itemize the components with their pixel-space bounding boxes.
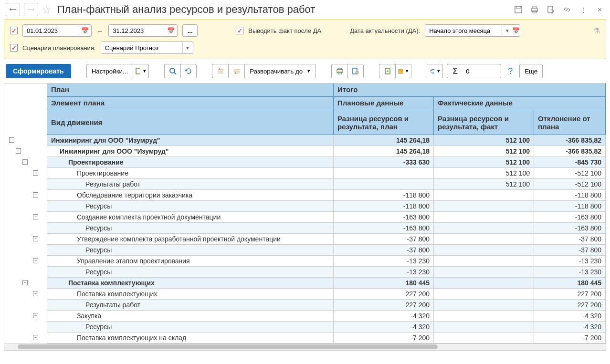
row-label: Результаты работ bbox=[47, 179, 334, 190]
link-icon[interactable] bbox=[562, 5, 572, 14]
row-value: -118 800 bbox=[334, 201, 434, 212]
back-button[interactable]: 🡐 bbox=[6, 3, 20, 16]
tree-expander[interactable]: − bbox=[33, 291, 38, 296]
date-to-input[interactable]: 📅 bbox=[108, 24, 178, 37]
tree-expander[interactable]: − bbox=[33, 313, 38, 318]
print-preview-button[interactable] bbox=[347, 64, 364, 78]
row-value: 227 200 bbox=[334, 289, 434, 300]
email-button[interactable]: ▼ bbox=[395, 64, 411, 78]
preview-icon[interactable] bbox=[546, 5, 556, 14]
row-value: -512 100 bbox=[534, 168, 606, 179]
close-icon[interactable]: ✕ bbox=[595, 5, 604, 14]
row-label: Поставка комплектующих bbox=[47, 278, 334, 289]
svg-rect-0 bbox=[515, 6, 522, 13]
row-value: -163 800 bbox=[534, 223, 606, 234]
settings-button[interactable]: Настройки... bbox=[86, 64, 133, 78]
row-label: Ресурсы bbox=[47, 201, 334, 212]
row-value: -37 800 bbox=[334, 245, 434, 256]
row-value bbox=[434, 223, 534, 234]
horizontal-scrollbar[interactable] bbox=[4, 344, 606, 351]
row-value: -118 800 bbox=[534, 201, 606, 212]
header-plan-element: Элемент плана bbox=[47, 97, 334, 110]
save-file-button[interactable] bbox=[379, 64, 395, 78]
scenario-field[interactable] bbox=[101, 42, 182, 53]
row-value: -13 230 bbox=[334, 256, 434, 267]
svg-rect-7 bbox=[136, 68, 140, 74]
tree-expander[interactable]: − bbox=[22, 159, 28, 165]
row-value bbox=[434, 333, 534, 343]
scenario-select[interactable]: ▼ bbox=[101, 42, 193, 54]
date-from-field[interactable] bbox=[23, 25, 78, 36]
row-value: -37 800 bbox=[334, 234, 434, 245]
row-value: -333 630 bbox=[334, 157, 434, 168]
print-icon[interactable] bbox=[530, 5, 539, 14]
calendar-icon[interactable]: 📅 bbox=[78, 25, 91, 36]
tree-expander[interactable]: − bbox=[33, 258, 38, 263]
generate-button[interactable]: Сформировать bbox=[6, 64, 71, 78]
row-value: 180 445 bbox=[334, 278, 434, 289]
tree-expander[interactable]: − bbox=[16, 148, 21, 154]
svg-point-6 bbox=[551, 10, 554, 12]
sigma-input[interactable] bbox=[463, 64, 501, 78]
expand-to-button[interactable]: Разворачивать до ▼ bbox=[244, 64, 316, 78]
help-icon[interactable]: ? bbox=[505, 66, 515, 76]
tree-expander[interactable]: − bbox=[33, 236, 38, 241]
collapse-rows-icon[interactable] bbox=[212, 64, 228, 78]
row-label: Поставка комплектующих bbox=[47, 289, 334, 300]
expand-rows-icon[interactable] bbox=[228, 64, 244, 78]
chevron-down-icon[interactable]: ▼ bbox=[182, 42, 193, 53]
forward-button[interactable]: 🡒 bbox=[24, 3, 38, 16]
date-range-checkbox[interactable] bbox=[10, 27, 18, 34]
tree-expander[interactable]: − bbox=[33, 192, 38, 198]
header-diff-plan: Разница ресурсов и результата, план bbox=[334, 110, 434, 135]
row-value: 227 200 bbox=[534, 289, 606, 300]
more-button[interactable]: Еще bbox=[519, 64, 543, 78]
row-value: -163 800 bbox=[334, 212, 434, 223]
scenario-checkbox[interactable] bbox=[10, 44, 18, 52]
tree-expander[interactable]: − bbox=[33, 335, 38, 340]
more-icon[interactable]: ⋮ bbox=[578, 5, 588, 14]
tree-expander[interactable]: − bbox=[33, 214, 38, 219]
row-value: -13 230 bbox=[534, 267, 606, 278]
date-to-field[interactable] bbox=[109, 25, 164, 36]
row-value bbox=[434, 289, 534, 300]
da-select[interactable]: ▼ 📅 bbox=[425, 24, 520, 37]
calendar-icon[interactable]: 📅 bbox=[164, 25, 177, 36]
date-range-more-button[interactable]: ... bbox=[182, 24, 198, 37]
chevron-down-icon[interactable]: ▼ bbox=[502, 25, 512, 36]
scrollbar-thumb[interactable] bbox=[18, 344, 438, 349]
date-from-input[interactable]: 📅 bbox=[22, 24, 92, 37]
tree-expander[interactable]: − bbox=[22, 280, 28, 285]
tree-expander[interactable]: − bbox=[33, 170, 38, 176]
row-value bbox=[434, 267, 534, 278]
save-icon[interactable] bbox=[514, 5, 523, 14]
calendar-icon[interactable]: 📅 bbox=[512, 27, 520, 34]
header-plan-data: Плановые данные bbox=[334, 97, 434, 110]
refresh-icon[interactable] bbox=[180, 64, 197, 78]
da-field[interactable] bbox=[425, 25, 502, 36]
sigma-button[interactable]: Σ bbox=[447, 64, 463, 78]
row-value bbox=[434, 201, 534, 212]
row-value: 227 200 bbox=[334, 300, 434, 311]
row-label: Ресурсы bbox=[47, 223, 334, 234]
svg-line-9 bbox=[174, 73, 176, 74]
favorite-icon[interactable]: ☆ bbox=[42, 4, 53, 15]
settings-variant-button[interactable]: ▼ bbox=[133, 64, 149, 78]
row-value: -4 320 bbox=[334, 322, 434, 333]
search-icon[interactable] bbox=[164, 64, 180, 78]
print-button[interactable] bbox=[331, 64, 347, 78]
row-label: Закупка bbox=[47, 311, 334, 322]
row-value: -366 835,82 bbox=[534, 146, 606, 157]
row-value: -4 320 bbox=[534, 322, 606, 333]
row-label: Результаты работ bbox=[47, 300, 334, 311]
row-value bbox=[434, 300, 534, 311]
row-label: Инжиниринг для ООО "Изумруд" bbox=[47, 135, 334, 146]
show-fact-checkbox[interactable] bbox=[236, 27, 243, 34]
row-value: -163 800 bbox=[334, 223, 434, 234]
row-value: -7 200 bbox=[534, 333, 606, 343]
tree-expander[interactable]: − bbox=[9, 137, 14, 143]
variant-button[interactable]: ▼ bbox=[427, 64, 443, 78]
row-label: Ресурсы bbox=[47, 245, 334, 256]
row-value: 145 264,18 bbox=[334, 146, 434, 157]
filter-icon[interactable]: ⚗ bbox=[593, 26, 600, 35]
